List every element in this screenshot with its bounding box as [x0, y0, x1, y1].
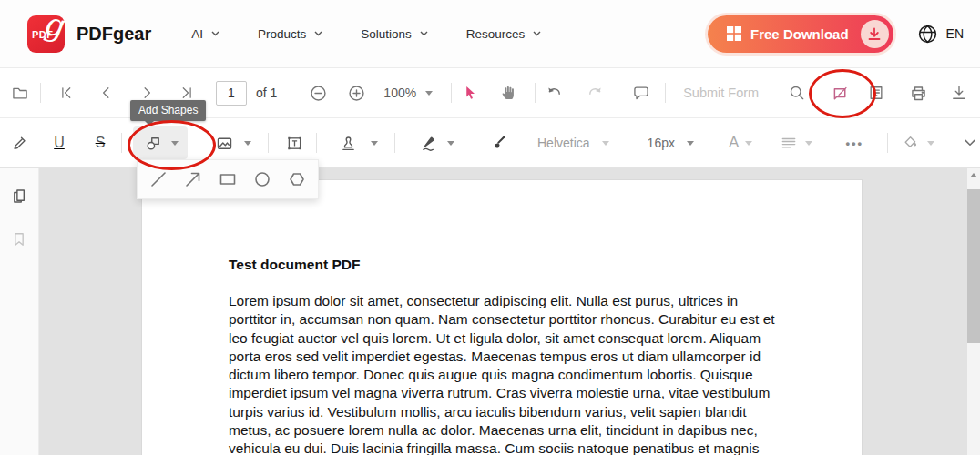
scroll-up-button[interactable]	[967, 168, 980, 182]
toolbar-separator	[665, 83, 666, 103]
font-family-value: Helvetica	[537, 136, 590, 150]
comment-bubble-icon	[632, 84, 650, 102]
language-globe-icon[interactable]	[917, 24, 938, 45]
font-color-tool[interactable]: A	[729, 134, 752, 152]
print-button[interactable]	[903, 78, 933, 107]
caret-down-icon[interactable]	[244, 141, 251, 146]
font-family-select[interactable]: Helvetica	[537, 136, 609, 150]
toolbar-separator	[394, 133, 395, 153]
document-list-icon	[867, 84, 885, 102]
comment-tool-button[interactable]	[627, 78, 656, 107]
shape-option-polygon[interactable]	[281, 164, 312, 195]
caret-down-icon	[602, 141, 609, 146]
highlight-tool-button[interactable]	[5, 128, 35, 157]
collapse-toolbar-button[interactable]	[955, 128, 980, 157]
shapes-dropdown-menu	[137, 159, 319, 199]
nav-item-label: Resources	[466, 27, 526, 41]
open-file-button[interactable]	[5, 78, 35, 107]
edit-annotation-icon	[831, 84, 850, 103]
first-page-icon	[58, 85, 75, 101]
shape-option-line[interactable]	[143, 164, 174, 195]
undo-button[interactable]	[540, 78, 569, 107]
thumbnails-panel-button[interactable]	[5, 182, 33, 209]
search-icon	[788, 84, 806, 102]
image-icon	[215, 134, 234, 153]
language-selector[interactable]: EN	[946, 26, 964, 41]
bookmark-icon	[10, 230, 28, 248]
pdfgear-logo[interactable]: PDF g	[27, 15, 65, 53]
free-download-button[interactable]: Free Download	[708, 15, 893, 53]
nav-item-ai[interactable]: AI	[191, 27, 219, 41]
caret-down-icon	[425, 91, 433, 96]
chevron-down-icon	[420, 31, 428, 36]
caret-down-icon[interactable]	[371, 141, 378, 146]
nav-item-products[interactable]: Products	[258, 27, 322, 41]
edit-annotation-toolbar-button[interactable]	[825, 78, 854, 107]
stamp-icon	[339, 134, 358, 153]
bookmarks-panel-button[interactable]	[5, 226, 33, 253]
line-shape-icon	[148, 169, 168, 189]
stamp-tool-button[interactable]	[333, 128, 362, 157]
strikethrough-tool-button[interactable]: S	[86, 128, 115, 157]
font-size-select[interactable]: 16px	[648, 136, 694, 150]
site-header: PDF g PDFgear AI Products Solutions Reso…	[0, 0, 980, 68]
add-image-tool-button[interactable]	[209, 128, 239, 157]
chevron-down-icon	[211, 31, 219, 36]
page-thumbnails-button[interactable]	[862, 78, 891, 107]
caret-down-icon	[171, 141, 179, 146]
zoom-in-button[interactable]	[342, 78, 371, 107]
zoom-out-button[interactable]	[303, 78, 332, 107]
caret-down-icon	[927, 141, 934, 146]
align-lines-icon	[780, 134, 798, 152]
hand-pan-tool-button[interactable]	[494, 78, 523, 107]
nav-item-solutions[interactable]: Solutions	[361, 27, 428, 41]
fill-color-tool[interactable]	[899, 128, 923, 157]
vertical-scrollbar[interactable]	[967, 168, 980, 455]
circle-shape-icon	[252, 169, 272, 189]
zoom-level-select[interactable]: 100%	[383, 86, 433, 100]
shape-option-arrow[interactable]	[178, 164, 209, 195]
previous-page-button[interactable]	[92, 78, 121, 107]
caret-down-icon	[745, 141, 752, 146]
strikethrough-label: S	[96, 135, 106, 151]
download-button-label: Free Download	[750, 26, 849, 42]
add-textbox-tool-button[interactable]	[280, 128, 309, 157]
search-button[interactable]	[782, 78, 812, 107]
tooltip-pointer	[145, 121, 154, 126]
underline-tool-button[interactable]: U	[45, 128, 74, 157]
pdf-page[interactable]: Test document PDF Lorem ipsum dolor sit …	[141, 179, 863, 455]
tooltip-text: Add Shapes	[138, 104, 198, 116]
nav-item-label: AI	[191, 27, 203, 41]
highlighter-pen-icon	[11, 134, 29, 152]
first-page-button[interactable]	[52, 78, 81, 107]
submit-form-button[interactable]: Submit Form	[683, 86, 759, 100]
freehand-draw-tool-button[interactable]	[483, 128, 512, 157]
chevron-down-icon	[962, 135, 978, 151]
text-align-tool[interactable]	[778, 128, 800, 157]
page-count-label: of 1	[256, 86, 277, 100]
scrollbar-thumb[interactable]	[967, 189, 980, 343]
cursor-select-icon	[461, 84, 479, 102]
zoom-out-icon	[309, 84, 328, 103]
page-number-input[interactable]	[216, 81, 247, 106]
toolbar-separator	[887, 133, 888, 153]
download-file-button[interactable]	[944, 78, 974, 107]
add-shapes-tool-button[interactable]	[133, 126, 188, 159]
toolbar-separator	[121, 133, 122, 153]
font-size-value: 16px	[648, 136, 675, 150]
more-tools-button[interactable]: •••	[840, 128, 869, 157]
redo-button[interactable]	[580, 78, 609, 107]
font-color-label: A	[729, 134, 739, 152]
caret-down-icon[interactable]	[447, 141, 454, 146]
chevron-left-icon	[98, 85, 115, 101]
toolbar-separator	[291, 83, 291, 103]
select-tool-button[interactable]	[455, 78, 485, 107]
shape-option-circle[interactable]	[247, 164, 278, 195]
zoom-level-value: 100%	[383, 86, 416, 100]
caret-down-icon	[805, 141, 812, 146]
signature-tool-button[interactable]	[414, 128, 444, 157]
nav-item-resources[interactable]: Resources	[466, 27, 542, 41]
brand-name: PDFgear	[77, 24, 151, 45]
shape-option-rectangle[interactable]	[212, 164, 243, 195]
textbox-icon	[285, 134, 304, 153]
